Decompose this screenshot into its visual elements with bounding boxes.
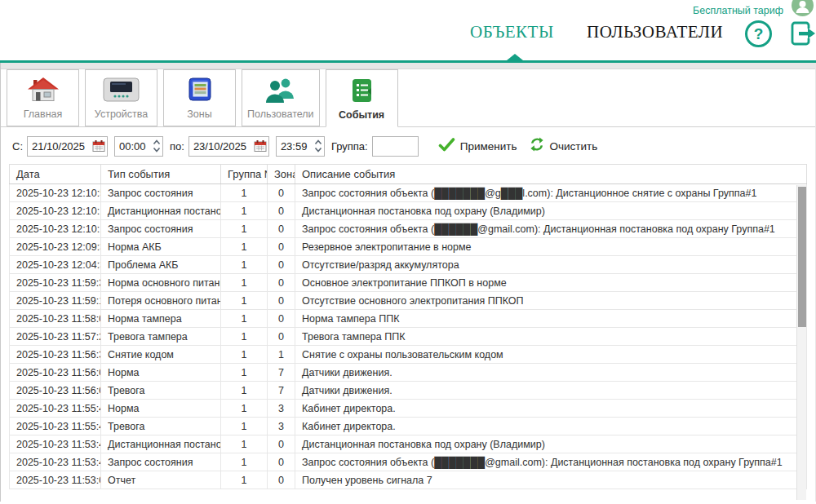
clear-label: Очистить	[549, 140, 597, 153]
col-header-description: Описание события	[295, 165, 807, 184]
cell-description: Снятие с охраны пользовательским кодом	[295, 346, 807, 364]
table-row[interactable]: 2025-10-23 11:59:31Норма основного питан…	[10, 274, 807, 292]
table-row[interactable]: 2025-10-23 11:56:01Тревога17Датчики движ…	[10, 382, 807, 400]
cell-zone: 0	[268, 202, 295, 220]
table-row[interactable]: 2025-10-23 11:57:24Тревога тампера10Трев…	[10, 328, 807, 346]
table-row[interactable]: 2025-10-23 11:53:45Запрос состояния10Зап…	[10, 453, 807, 471]
tab-home[interactable]: Главная	[7, 69, 79, 126]
tab-events-label: События	[339, 109, 384, 121]
table-row[interactable]: 2025-10-23 11:53:47Дистанционная постано…	[10, 435, 807, 453]
cell-type: Тревога	[101, 418, 221, 435]
help-icon[interactable]: ?	[745, 20, 772, 47]
cell-description: Запрос состояния объекта (██████@gmail.c…	[295, 220, 807, 238]
cell-description: Запрос состояния объекта (███████@g███l.…	[295, 184, 807, 202]
cell-description: Норма тампера ППК	[295, 310, 807, 328]
cell-date: 2025-10-23 12:10:17	[10, 220, 101, 238]
cell-zone: 0	[268, 310, 295, 328]
time-spinner-icon[interactable]	[153, 139, 161, 154]
cell-group: 1	[221, 292, 268, 310]
table-row[interactable]: 2025-10-23 11:59:16Потеря основного пита…	[10, 292, 807, 310]
top-header: Бесплатный тариф ОБЪЕКТЫ ПОЛЬЗОВАТЕЛИ ?	[0, 0, 816, 63]
cell-group: 1	[221, 202, 268, 220]
cell-type: Дистанционная постановка	[101, 435, 221, 453]
table-row[interactable]: 2025-10-23 11:55:45Тревога13Кабинет дире…	[10, 418, 807, 435]
tab-zones[interactable]: Зоны	[163, 69, 236, 126]
cell-date: 2025-10-23 11:56:01	[10, 382, 101, 400]
table-row[interactable]: 2025-10-23 12:10:17Запрос состояния10Зап…	[10, 220, 807, 238]
cell-group: 1	[221, 256, 268, 274]
cell-zone: 0	[268, 274, 295, 292]
cell-date: 2025-10-23 11:59:31	[10, 274, 101, 292]
clear-button[interactable]: Очистить	[530, 137, 597, 155]
cell-description: Дистанционная постановка под охрану (Вла…	[295, 435, 807, 453]
group-field	[372, 136, 419, 157]
cell-description: Отсутствие основного электропитания ППКО…	[295, 292, 807, 310]
cell-type: Тревога	[101, 382, 221, 400]
col-header-date: Дата	[10, 165, 101, 184]
cell-zone: 0	[268, 435, 295, 453]
cell-date: 2025-10-23 11:55:46	[10, 400, 101, 418]
table-row[interactable]: 2025-10-23 11:53:01Отчет10Получен уровен…	[10, 471, 807, 489]
calendar-icon[interactable]	[254, 140, 267, 153]
cell-zone: 0	[268, 453, 295, 471]
col-header-zone: Зона	[268, 165, 295, 184]
to-time-field	[276, 136, 325, 157]
cell-group: 1	[221, 310, 268, 328]
tab-users[interactable]: Пользователи	[242, 69, 320, 126]
group-input[interactable]	[372, 136, 419, 157]
plan-label: Бесплатный тариф	[693, 5, 783, 16]
table-row[interactable]: 2025-10-23 11:55:46Норма13Кабинет директ…	[10, 400, 807, 418]
table-row[interactable]: 2025-10-23 12:10:19Дистанционная постано…	[10, 202, 807, 220]
scrollbar-thumb[interactable]	[798, 187, 806, 327]
logout-icon[interactable]	[789, 20, 816, 46]
events-table-body: 2025-10-23 12:10:56Запрос состояния10Зап…	[10, 184, 807, 489]
to-label: по:	[170, 140, 184, 153]
from-label: С:	[12, 140, 23, 153]
tab-devices[interactable]: Устройства	[85, 69, 157, 126]
cell-type: Норма	[101, 364, 221, 382]
avatar[interactable]	[792, 0, 814, 16]
cell-description: Кабинет директора.	[295, 418, 807, 435]
cell-type: Проблема АКБ	[101, 256, 221, 274]
cell-group: 1	[221, 418, 268, 435]
cell-date: 2025-10-23 12:09:34	[10, 238, 101, 256]
cell-date: 2025-10-23 11:58:00	[10, 310, 101, 328]
refresh-icon	[530, 137, 544, 155]
cell-date: 2025-10-23 11:53:01	[10, 471, 101, 489]
cell-zone: 7	[268, 382, 295, 400]
cell-date: 2025-10-23 11:59:16	[10, 292, 101, 310]
cell-group: 1	[221, 220, 268, 238]
events-table: Дата Тип события Группа № Зона Описание …	[9, 164, 807, 489]
cell-type: Снятие кодом	[101, 346, 221, 364]
active-nav-caret	[507, 54, 523, 60]
apply-button[interactable]: Применить	[438, 138, 517, 155]
cell-zone: 0	[268, 328, 295, 346]
table-header-row: Дата Тип события Группа № Зона Описание …	[10, 165, 807, 184]
from-date-field	[27, 136, 108, 157]
table-row[interactable]: 2025-10-23 12:04:33Проблема АКБ10Отсутст…	[10, 256, 807, 274]
table-row[interactable]: 2025-10-23 12:10:56Запрос состояния10Зап…	[10, 184, 807, 202]
cell-type: Тревога тампера	[101, 328, 221, 346]
tab-users-label: Пользователи	[247, 108, 314, 120]
group-label: Группа:	[331, 140, 368, 153]
tab-home-label: Главная	[24, 108, 63, 120]
calendar-icon[interactable]	[92, 140, 105, 153]
tab-events[interactable]: События	[326, 69, 398, 127]
table-row[interactable]: 2025-10-23 12:09:34Норма АКБ10Резервное …	[10, 238, 807, 256]
table-row[interactable]: 2025-10-23 11:56:02Норма17Датчики движен…	[10, 364, 807, 382]
cell-date: 2025-10-23 11:56:38	[10, 346, 101, 364]
table-row[interactable]: 2025-10-23 11:56:38Снятие кодом11Снятие …	[10, 346, 807, 364]
cell-zone: 0	[268, 220, 295, 238]
cell-zone: 0	[268, 184, 295, 202]
cell-group: 1	[221, 453, 268, 471]
nav-objects[interactable]: ОБЪЕКТЫ	[470, 22, 554, 42]
time-spinner-icon[interactable]	[314, 139, 322, 154]
device-panel-icon	[103, 77, 140, 103]
cell-group: 1	[221, 346, 268, 364]
cell-type: Норма	[101, 400, 221, 418]
tab-strip-background	[1, 63, 815, 69]
table-scrollbar[interactable]	[796, 185, 806, 500]
table-row[interactable]: 2025-10-23 11:58:00Норма тампера10Норма …	[10, 310, 807, 328]
nav-users[interactable]: ПОЛЬЗОВАТЕЛИ	[587, 22, 723, 42]
cell-zone: 7	[268, 364, 295, 382]
